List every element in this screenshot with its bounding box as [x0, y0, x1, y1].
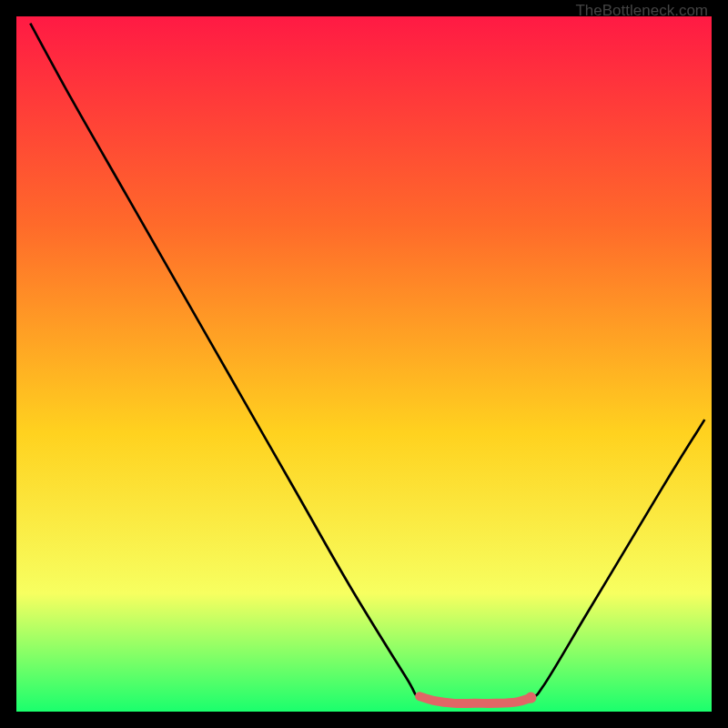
watermark-text: TheBottleneck.com: [575, 2, 708, 20]
bottleneck-chart: [16, 16, 712, 712]
optimal-end-marker: [525, 693, 536, 703]
chart-area: [16, 16, 712, 712]
